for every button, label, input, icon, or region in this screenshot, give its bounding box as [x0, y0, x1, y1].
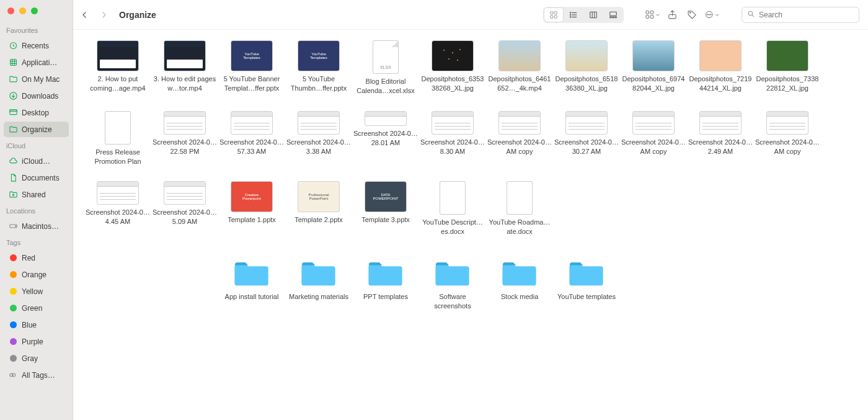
file-item[interactable]: DATAPOWERPOINTTemplate 3.pptx — [352, 182, 419, 236]
file-item[interactable]: Screenshot 2024-0…2.49 AM — [687, 112, 754, 166]
action-menu-button[interactable] — [704, 7, 719, 22]
file-name-label: Screenshot 2024-0…28.01 AM — [353, 129, 418, 148]
sidebar-item-label: Red — [22, 254, 35, 262]
file-item[interactable]: Screenshot 2024-0…8.30 AM — [419, 112, 486, 166]
file-item[interactable]: XLSXBlog Editorial Calenda…xcel.xlsx — [352, 41, 419, 96]
sidebar-item-on-my-mac[interactable]: On My Mac — [4, 71, 69, 87]
sidebar-item-yellow[interactable]: Yellow — [4, 284, 69, 299]
folder-item[interactable]: Software screenshots — [419, 257, 486, 311]
file-item[interactable]: Screenshot 2024-0…57.33 AM — [218, 112, 285, 166]
file-thumbnail: YouTubeTemplates — [231, 41, 272, 71]
file-item[interactable]: Screenshot 2024-0…AM copy — [620, 112, 687, 166]
sidebar-item-red[interactable]: Red — [4, 250, 69, 266]
file-item[interactable]: Screenshot 2024-0…AM copy — [486, 112, 553, 166]
folder-item[interactable]: PPT templates — [352, 257, 419, 311]
sidebar-item-label: Organize — [22, 125, 52, 134]
tag-dot-icon — [9, 320, 18, 329]
sidebar-item-macintos[interactable]: Macintos… — [4, 218, 69, 234]
svg-rect-1 — [11, 60, 17, 66]
sidebar-item-applicati[interactable]: Applicati… — [4, 55, 69, 70]
file-item[interactable]: Screenshot 2024-0…4.45 AM — [84, 182, 151, 236]
file-item[interactable]: Screenshot 2024-0…30.27 AM — [553, 112, 620, 166]
view-icons-button[interactable] — [544, 8, 563, 22]
sidebar: Favourites RecentsApplicati…On My MacDow… — [0, 0, 73, 420]
finder-window: Favourites RecentsApplicati…On My MacDow… — [0, 0, 868, 420]
sidebar-item-organize[interactable]: Organize — [4, 122, 69, 137]
file-item[interactable]: Depositphotos_733822812_XL.jpg — [754, 41, 821, 96]
forward-button[interactable] — [97, 7, 112, 22]
view-gallery-button[interactable] — [604, 8, 622, 22]
file-thumbnail — [231, 112, 272, 134]
file-thumbnail — [432, 112, 473, 134]
group-by-button[interactable] — [645, 7, 660, 22]
view-mode-group — [543, 7, 624, 23]
sidebar-item-blue[interactable]: Blue — [4, 317, 69, 333]
folder-item[interactable]: App install tutorial — [218, 257, 285, 311]
svg-point-23 — [570, 14, 570, 15]
folder-item[interactable]: Marketing materials — [285, 257, 352, 311]
file-name-label: Depositphotos_733822812_XL.jpg — [755, 74, 820, 93]
sidebar-item-gray[interactable]: Gray — [4, 351, 69, 366]
minimize-window-button[interactable] — [19, 7, 26, 14]
disk-icon — [9, 221, 18, 231]
file-item[interactable]: YouTube Roadma…ate.docx — [486, 182, 553, 236]
sidebar-item-label: iCloud… — [22, 157, 50, 166]
file-item[interactable]: Depositphotos_635338268_XL.jpg — [419, 41, 486, 96]
file-name-label: Screenshot 2024-0…5.09 AM — [153, 208, 217, 226]
file-item[interactable]: Screenshot 2024-0…5.09 AM — [151, 182, 218, 236]
file-thumbnail: CreativePowerpoint — [231, 182, 272, 212]
svg-point-24 — [570, 16, 570, 17]
file-item[interactable]: Screenshot 2024-0…AM copy — [754, 112, 821, 166]
file-item[interactable]: Depositphotos_651836380_XL.jpg — [553, 41, 620, 96]
file-item[interactable]: 3. How to edit pages w…tor.mp4 — [151, 41, 218, 96]
sidebar-item-documents[interactable]: Documents — [4, 170, 69, 185]
svg-rect-28 — [610, 12, 617, 16]
sidebar-item-desktop[interactable]: Desktop — [4, 105, 69, 120]
file-item[interactable]: Screenshot 2024-0…22.58 PM — [151, 112, 218, 166]
file-item[interactable]: YouTubeTemplates5 YouTube Thumbn…ffer.pp… — [285, 41, 352, 96]
svg-point-39 — [707, 14, 708, 15]
sidebar-item-recents[interactable]: Recents — [4, 38, 69, 53]
sidebar-item-orange[interactable]: Orange — [4, 267, 69, 282]
folder-item[interactable]: Stock media — [486, 257, 553, 311]
sidebar-item-purple[interactable]: Purple — [4, 334, 69, 349]
search-field[interactable] — [742, 7, 859, 23]
sidebar-item-label: Desktop — [22, 109, 49, 117]
back-button[interactable] — [77, 7, 92, 22]
file-item[interactable]: Depositphotos_6461652…_4k.mp4 — [486, 41, 553, 96]
file-item[interactable]: Screenshot 2024-0…3.38 AM — [285, 112, 352, 166]
svg-point-22 — [570, 12, 570, 12]
fullscreen-window-button[interactable] — [31, 7, 38, 14]
folder-item[interactable]: YouTube templates — [553, 257, 620, 311]
file-item[interactable]: CreativePowerpointTemplate 1.pptx — [218, 182, 285, 236]
sidebar-item-green[interactable]: Green — [4, 300, 69, 316]
file-item[interactable]: 2. How to put coming…age.mp4 — [84, 41, 151, 96]
file-item[interactable]: Depositphotos_697482044_XL.jpg — [620, 41, 687, 96]
share-button[interactable] — [665, 7, 680, 22]
sidebar-item-all-tags[interactable]: All Tags… — [4, 367, 69, 383]
file-thumbnail: XLSX — [373, 41, 398, 73]
sidebar-item-shared[interactable]: Shared — [4, 187, 69, 202]
sidebar-item-downloads[interactable]: Downloads — [4, 88, 69, 104]
sidebar-item-label: Blue — [22, 321, 37, 329]
file-item[interactable]: Depositphotos_721944214_XL.jpg — [687, 41, 754, 96]
file-item[interactable]: YouTubeTemplates5 YouTube Banner Templat… — [218, 41, 285, 96]
view-columns-button[interactable] — [584, 8, 603, 22]
file-item[interactable]: Screenshot 2024-0…28.01 AM — [352, 112, 419, 166]
close-window-button[interactable] — [7, 7, 14, 14]
file-item[interactable]: YouTube Descript…es.docx — [419, 182, 486, 236]
file-item[interactable]: Press Release Promotion Plan — [84, 112, 151, 166]
file-thumbnail — [566, 112, 607, 134]
file-grid-area[interactable]: 2. How to put coming…age.mp43. How to ed… — [73, 30, 868, 420]
tag-button[interactable] — [684, 7, 699, 22]
file-item[interactable]: ProfessionalPowerPointTemplate 2.pptx — [285, 182, 352, 236]
view-list-button[interactable] — [564, 8, 583, 22]
file-name-label: Depositphotos_721944214_XL.jpg — [688, 74, 753, 93]
search-input[interactable] — [759, 11, 854, 19]
window-title: Organize — [119, 10, 156, 20]
folder-icon — [366, 257, 405, 288]
file-thumbnail — [633, 112, 674, 134]
sidebar-item-icloud[interactable]: iCloud… — [4, 153, 69, 169]
svg-rect-9 — [10, 110, 17, 112]
svg-rect-25 — [590, 12, 597, 17]
